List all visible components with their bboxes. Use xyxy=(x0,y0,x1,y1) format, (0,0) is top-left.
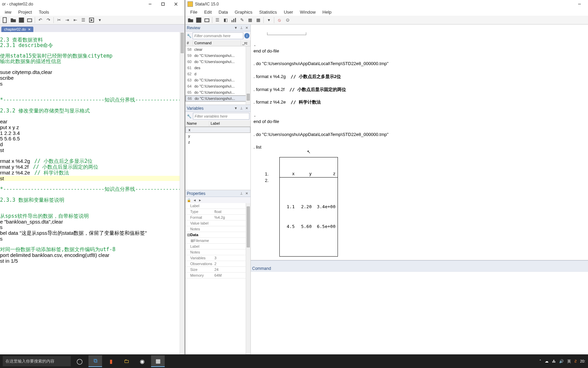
info-icon[interactable]: i xyxy=(244,33,249,39)
menu-statistics[interactable]: Statistics xyxy=(256,9,280,15)
chrome-icon[interactable]: ◉ xyxy=(135,355,149,367)
editor-toolbar: ↶ ↷ ✂ ⇥ ⇤ ☰ ▾ xyxy=(0,16,184,25)
tray-sogou-icon[interactable]: Ƨ xyxy=(574,359,577,364)
review-row[interactable]: 65do "C:\Users\songshu\... xyxy=(185,89,250,95)
tray-network-icon[interactable]: 🖧 xyxy=(552,359,556,363)
svg-rect-6 xyxy=(28,19,32,22)
menu-data[interactable]: Data xyxy=(215,9,231,15)
review-row[interactable]: 62d xyxy=(185,71,250,77)
run-icon[interactable] xyxy=(88,16,95,24)
menu-view[interactable]: iew xyxy=(1,9,15,15)
tray-cloud-icon[interactable]: ☁ xyxy=(545,359,549,364)
taskview-icon[interactable]: ▦ xyxy=(151,355,165,367)
system-tray: ˄ ☁ 🖧 🔊 英 Ƨ 20: xyxy=(539,359,585,364)
lock-icon[interactable]: 🔒 xyxy=(187,198,191,202)
open-icon[interactable] xyxy=(10,16,17,24)
filter-icon[interactable]: ▼ xyxy=(233,106,238,111)
tray-volume-icon[interactable]: 🔊 xyxy=(559,359,564,364)
tab-label: chapter02.do xyxy=(4,27,26,31)
menu-user[interactable]: User xyxy=(280,9,296,15)
menu-tools[interactable]: Tools xyxy=(35,9,52,15)
results-window[interactable]: . end of do-file . do "C:\Users\songshu\… xyxy=(251,25,588,260)
review-row[interactable]: 60do "C:\Users\songshu\... xyxy=(185,59,250,65)
viewer-icon[interactable]: ◧ xyxy=(222,16,229,24)
save-icon[interactable] xyxy=(18,16,25,24)
minimize-button[interactable] xyxy=(144,0,157,8)
wrench-icon[interactable]: 🔧 xyxy=(186,113,192,119)
variable-row[interactable]: z xyxy=(185,139,250,145)
editor-vscroll[interactable] xyxy=(180,32,184,356)
next-icon[interactable]: ► xyxy=(198,198,202,202)
variables-panel: Variables ▼ ⊥ ✕ 🔧 Name Label x y xyxy=(185,105,250,190)
filter-icon[interactable]: ▼ xyxy=(233,26,238,30)
log-icon[interactable]: ☰ xyxy=(214,16,221,24)
review-row[interactable]: 61des xyxy=(185,65,250,71)
close-panel-icon[interactable]: ✕ xyxy=(244,191,249,196)
review-vscroll[interactable] xyxy=(246,46,250,105)
prev-icon[interactable]: ◄ xyxy=(193,198,196,202)
menu-edit[interactable]: Edit xyxy=(201,9,215,15)
variable-row[interactable]: y xyxy=(185,133,250,139)
review-row[interactable]: 59do "C:\Users\songshu\... xyxy=(185,52,250,59)
properties-panel: Properties ⊥ ✕ 🔒 ◄ ► Label Typefloat For… xyxy=(185,190,250,361)
menu-window[interactable]: Window xyxy=(296,9,319,15)
tray-up-icon[interactable]: ˄ xyxy=(539,359,541,364)
graph-icon[interactable] xyxy=(230,16,238,24)
search-icon[interactable]: ⊙ xyxy=(284,16,291,24)
maximize-button[interactable] xyxy=(157,0,169,8)
file-tab[interactable]: chapter02.do ✕ xyxy=(1,27,33,32)
tray-ime[interactable]: 英 xyxy=(567,359,571,364)
undo-icon[interactable]: ↶ xyxy=(36,16,44,24)
editor-body[interactable]: 2.3 查看数据资料 2.3.1 describe命令 使用stata15安装时… xyxy=(0,32,184,361)
review-filter-input[interactable] xyxy=(193,32,243,39)
cortana-icon[interactable]: ◯ xyxy=(73,355,86,367)
run-dropdown-icon[interactable]: ▾ xyxy=(96,16,103,24)
review-row[interactable]: 58clear xyxy=(185,46,250,52)
menu-help[interactable]: Help xyxy=(319,9,335,15)
print-icon[interactable] xyxy=(203,16,211,24)
data-editor-icon[interactable]: ▦ xyxy=(246,16,254,24)
bookmark-icon[interactable]: ☰ xyxy=(80,16,87,24)
taskbar-search[interactable]: 在这里输入你要搜索的内容 xyxy=(3,356,71,366)
more-icon[interactable]: ▾ xyxy=(265,16,273,24)
pin-icon[interactable]: ⊥ xyxy=(239,191,244,196)
save-icon[interactable] xyxy=(195,16,202,24)
do-editor-icon[interactable]: ✎ xyxy=(238,16,246,24)
stata-minimize-button[interactable] xyxy=(573,0,586,8)
new-icon[interactable] xyxy=(1,16,9,24)
close-panel-icon[interactable]: ✕ xyxy=(244,26,249,30)
review-row[interactable]: 66do "C:\Users\songshu\... xyxy=(185,95,250,102)
tray-time[interactable]: 20: xyxy=(580,359,585,363)
properties-toolbar: 🔒 ◄ ► xyxy=(185,197,250,203)
mouse-cursor: ↖ xyxy=(307,149,311,155)
pin-icon[interactable]: ⊥ xyxy=(239,26,244,30)
close-button[interactable] xyxy=(169,0,182,8)
review-row[interactable]: 64do "C:\Users\songshu\... xyxy=(185,83,250,89)
cut-icon[interactable]: ✂ xyxy=(55,16,63,24)
wrench-icon[interactable]: 🔧 xyxy=(186,33,192,39)
svg-rect-12 xyxy=(233,19,234,22)
review-row[interactable]: 63do "C:\Users\songshu\... xyxy=(185,77,250,83)
print-icon[interactable] xyxy=(26,16,33,24)
stata-title: Stata/IC 15.0 xyxy=(195,2,573,6)
break-icon[interactable]: ⦸ xyxy=(276,16,283,24)
variables-filter-input[interactable] xyxy=(193,113,249,120)
close-panel-icon[interactable]: ✕ xyxy=(244,106,249,111)
indent-icon[interactable]: ⇥ xyxy=(63,16,71,24)
variable-row[interactable]: x xyxy=(185,127,250,133)
menu-file[interactable]: File xyxy=(187,9,201,15)
properties-vscroll[interactable] xyxy=(246,203,250,356)
menu-project[interactable]: Project xyxy=(15,9,35,15)
data-browser-icon[interactable]: ▦ xyxy=(255,16,262,24)
open-icon[interactable] xyxy=(187,16,194,24)
review-column-headers: # Command _rc xyxy=(185,40,250,46)
app-icon-1[interactable]: ▮ xyxy=(104,355,118,367)
menu-graphics[interactable]: Graphics xyxy=(231,9,256,15)
outdent-icon[interactable]: ⇤ xyxy=(71,16,79,24)
tab-close-icon[interactable]: ✕ xyxy=(28,28,31,31)
redo-icon[interactable]: ↷ xyxy=(45,16,52,24)
file-explorer-icon[interactable]: 🗀 xyxy=(120,355,133,367)
command-input[interactable] xyxy=(251,272,588,361)
terminal-icon[interactable]: ⧉ xyxy=(88,355,102,367)
pin-icon[interactable]: ⊥ xyxy=(239,106,244,111)
